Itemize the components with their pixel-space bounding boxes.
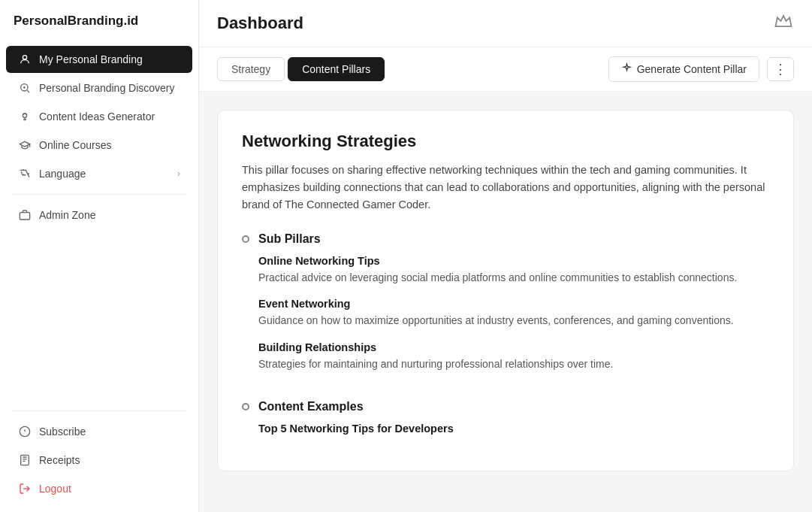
page-header: Dashboard <box>199 0 812 47</box>
sidebar-item-content-ideas-generator[interactable]: Content Ideas Generator <box>6 103 192 130</box>
content-pillar-title: Networking Strategies <box>242 132 769 151</box>
language-icon <box>18 167 32 180</box>
sidebar-item-personal-branding-discovery[interactable]: Personal Branding Discovery <box>6 74 192 101</box>
sidebar-item-subscribe[interactable]: Subscribe <box>6 418 192 445</box>
sub-pillar-title-1: Event Networking <box>258 298 769 310</box>
more-icon: ⋮ <box>774 62 787 77</box>
svg-rect-5 <box>21 455 29 465</box>
svg-rect-3 <box>20 213 29 220</box>
sidebar-label-personal-branding-discovery: Personal Branding Discovery <box>39 82 180 94</box>
sidebar-item-language[interactable]: Language › <box>6 160 192 187</box>
sub-pillars-heading: Sub Pillars <box>258 232 769 246</box>
sidebar-label-language: Language <box>39 168 170 180</box>
sidebar-item-logout[interactable]: Logout <box>6 475 192 502</box>
sub-pillars-content: Sub Pillars Online Networking Tips Pract… <box>258 232 769 385</box>
discovery-icon <box>18 81 32 95</box>
sub-pillar-title-2: Building Relationships <box>258 341 769 353</box>
sidebar-divider <box>12 194 186 195</box>
sidebar-label-my-personal-branding: My Personal Branding <box>39 53 180 65</box>
tab-content-pillars[interactable]: Content Pillars <box>288 57 385 81</box>
sub-pillar-desc-2: Strategies for maintaining and nurturing… <box>258 356 769 373</box>
tab-strategy[interactable]: Strategy <box>217 57 285 81</box>
content-area: Networking Strategies This pillar focuse… <box>199 92 812 512</box>
content-examples-heading: Content Examples <box>258 400 769 414</box>
content-card: Networking Strategies This pillar focuse… <box>217 110 794 471</box>
sub-pillar-title-0: Online Networking Tips <box>258 255 769 267</box>
svg-point-0 <box>23 56 26 59</box>
sidebar-label-logout: Logout <box>39 483 180 495</box>
more-options-button[interactable]: ⋮ <box>767 57 794 81</box>
sidebar-item-online-courses[interactable]: Online Courses <box>6 132 192 159</box>
sub-pillars-bullet <box>242 235 249 243</box>
ideas-icon <box>18 110 32 123</box>
content-examples-section: Content Examples Top 5 Networking Tips f… <box>242 400 769 435</box>
tabs-right: Generate Content Pillar ⋮ <box>608 56 794 82</box>
generate-content-pillar-button[interactable]: Generate Content Pillar <box>608 56 759 82</box>
sidebar-label-admin-zone: Admin Zone <box>39 209 180 221</box>
crown-icon <box>773 11 794 36</box>
courses-icon <box>18 138 32 152</box>
sidebar-item-admin-zone[interactable]: Admin Zone <box>6 201 192 229</box>
sub-pillar-item-2: Building Relationships Strategies for ma… <box>258 341 769 373</box>
content-examples-bullet <box>242 403 249 411</box>
sub-pillar-item-0: Online Networking Tips Practical advice … <box>258 255 769 286</box>
sub-pillars-section: Sub Pillars Online Networking Tips Pract… <box>242 232 769 385</box>
tabs-left: Strategy Content Pillars <box>217 57 385 81</box>
sidebar-label-online-courses: Online Courses <box>39 139 180 151</box>
tabs-bar: Strategy Content Pillars Generate Conten… <box>199 47 812 92</box>
subscribe-icon <box>18 425 32 438</box>
sidebar-item-receipts[interactable]: Receipts <box>6 447 192 474</box>
main-content: Dashboard Strategy Content Pillars Gener… <box>199 0 812 512</box>
brand-logo: PersonalBranding.id <box>0 0 198 41</box>
sidebar-item-my-personal-branding[interactable]: My Personal Branding <box>6 46 192 73</box>
user-icon <box>18 53 32 66</box>
sidebar-nav: My Personal Branding Personal Branding D… <box>0 41 198 400</box>
sub-pillar-desc-1: Guidance on how to maximize opportunitie… <box>258 313 769 329</box>
generate-btn-label: Generate Content Pillar <box>637 63 747 75</box>
sidebar-label-receipts: Receipts <box>39 454 180 466</box>
sidebar: PersonalBranding.id My Personal Branding… <box>0 0 199 512</box>
admin-icon <box>18 208 32 222</box>
sub-pillar-item-1: Event Networking Guidance on how to maxi… <box>258 298 769 329</box>
page-title: Dashboard <box>217 14 303 33</box>
sidebar-bottom-divider <box>12 411 186 411</box>
sub-pillar-desc-0: Practical advice on leveraging social me… <box>258 270 769 286</box>
logout-icon <box>18 482 32 495</box>
sidebar-bottom: Subscribe Receipts Logout <box>0 400 198 512</box>
sparkle-icon <box>621 62 632 76</box>
sidebar-label-content-ideas-generator: Content Ideas Generator <box>39 111 180 123</box>
content-examples-content: Content Examples Top 5 Networking Tips f… <box>258 400 769 435</box>
content-pillar-description: This pillar focuses on sharing effective… <box>242 162 769 214</box>
receipts-icon <box>18 453 32 467</box>
sidebar-label-subscribe: Subscribe <box>39 426 180 438</box>
content-example-title-0: Top 5 Networking Tips for Developers <box>258 423 769 435</box>
chevron-down-icon: › <box>177 168 180 179</box>
